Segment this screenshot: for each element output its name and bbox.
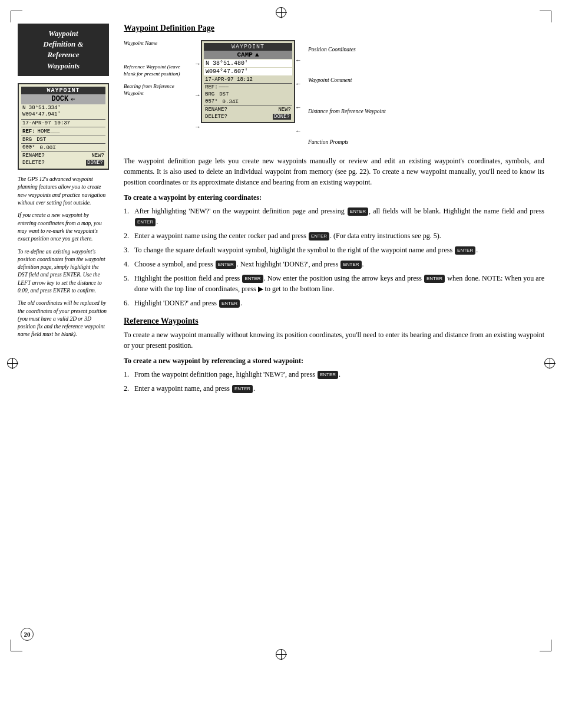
ann-ref-waypoint: Reference Waypoint (leave blank for pres… xyxy=(124,64,186,77)
ds-name: DOCK ⇐ xyxy=(21,94,105,104)
dd-brg-dst-values: 057° 0.34⌶ xyxy=(204,98,292,106)
sidebar-device-screen: WAYPOINT DOCK ⇐ N 38°51.334' W094°47.941… xyxy=(18,83,109,170)
ds-date: 17-APR-97 10:37 xyxy=(21,119,105,127)
step-4: 4. Choose a symbol, and press ENTER. Nex… xyxy=(124,259,544,269)
ds-brg-values: 000° 0.00⌶ xyxy=(21,143,105,151)
enter-btn-11: ENTER xyxy=(232,385,253,393)
enter-btn-5: ENTER xyxy=(216,261,236,269)
cross-top xyxy=(276,7,286,20)
dd-header: WAYPOINT xyxy=(204,43,292,51)
step-2: 2. Enter a waypoint name using the cente… xyxy=(124,230,544,241)
ds-delete: DELETE? DONE? xyxy=(21,159,105,166)
dd-name-row: CAMP ▲ xyxy=(204,51,292,59)
corner-mark-bl xyxy=(11,640,22,651)
right-arrows: ← ← ← ← xyxy=(295,48,303,143)
ref-waypoints-title: Reference Waypoints xyxy=(124,317,544,326)
sidebar-title-box: Waypoint Definition & Reference Waypoint… xyxy=(18,24,109,76)
step-1: 1. After highlighting 'NEW?' on the wayp… xyxy=(124,206,544,227)
enter-btn-10: ENTER xyxy=(318,371,338,379)
sidebar-caption-1: The GPS 12's advanced waypoint planning … xyxy=(18,176,109,207)
ann-waypoint-name: Waypoint Name xyxy=(124,40,186,46)
ds-coords: N 38°51.334' W094°47.941' xyxy=(21,104,105,119)
ds-header: WAYPOINT xyxy=(21,87,105,94)
right-annotations: Position Coordinates Waypoint Comment Di… xyxy=(308,40,386,146)
sidebar-title: Waypoint Definition & Reference Waypoint… xyxy=(24,28,103,71)
intro-paragraph: The waypoint definition page lets you cr… xyxy=(124,156,544,187)
create-coords-title: To create a waypoint by entering coordin… xyxy=(124,193,544,202)
sidebar-caption-3: To re-define an existing waypoint's posi… xyxy=(18,248,109,295)
left-arrows: → → → xyxy=(190,48,201,143)
diagram-device-area: → → → WAYPOINT CAMP ▲ N 38°51.480' W094°… xyxy=(190,40,303,143)
dd-brg-dst-labels: BRG DST xyxy=(204,91,292,98)
enter-btn-1: ENTER xyxy=(348,207,368,216)
main-content: Waypoint Definition Page Waypoint Name R… xyxy=(115,24,544,400)
ref-step-1: 1. From the waypoint definition page, hi… xyxy=(124,369,544,380)
ds-ref: REF: HOME___ xyxy=(21,127,105,136)
cross-left xyxy=(7,358,18,371)
ref-step-2: 2. Enter a waypoint name, and press ENTE… xyxy=(124,383,544,394)
dd-date: 17-APR-97 18:12 xyxy=(204,76,292,83)
sidebar-caption-2: If you create a new waypoint by entering… xyxy=(18,212,109,243)
enter-btn-7: ENTER xyxy=(242,275,263,283)
ann-function-prompts: Function Prompts xyxy=(308,139,386,146)
cross-right xyxy=(544,358,555,371)
ds-brg-dst: BRG DST xyxy=(21,136,105,143)
ann-distance-from: Distance from Reference Waypoint xyxy=(308,108,386,116)
step-5: 5. Highlight the position field and pres… xyxy=(124,273,544,294)
enter-btn-2: ENTER xyxy=(135,218,156,226)
enter-btn-6: ENTER xyxy=(340,261,361,269)
ann-position-coords: Position Coordinates xyxy=(308,46,386,54)
waypoint-def-title: Waypoint Definition Page xyxy=(124,24,544,33)
dd-coord2: W094°47.607' xyxy=(204,68,292,75)
enter-btn-4: ENTER xyxy=(455,246,475,255)
create-coords-steps: 1. After highlighting 'NEW?' on the wayp… xyxy=(124,206,544,308)
enter-btn-3: ENTER xyxy=(309,232,329,241)
enter-btn-8: ENTER xyxy=(424,275,445,283)
enter-btn-9: ENTER xyxy=(219,299,240,308)
cross-bottom xyxy=(276,649,286,662)
left-annotations: Waypoint Name Reference Waypoint (leave … xyxy=(124,40,186,97)
dd-coord1: N 38°51.480' xyxy=(204,60,292,67)
ann-bearing-from: Bearing from Reference Waypoint xyxy=(124,83,186,97)
corner-mark-br xyxy=(540,640,551,651)
corner-mark-tr xyxy=(540,11,551,22)
sidebar-caption-4: The old coordinates will be replaced by … xyxy=(18,299,109,338)
corner-mark-tl xyxy=(11,11,22,22)
ref-by-stored-steps: 1. From the waypoint definition page, hi… xyxy=(124,369,544,394)
page-number: 20 xyxy=(21,628,34,641)
dd-rename-row: RENAME? NEW? xyxy=(204,106,292,113)
ref-paragraph: To create a new waypoint manually withou… xyxy=(124,330,544,351)
diagram-device: WAYPOINT CAMP ▲ N 38°51.480' W094°47.607… xyxy=(201,40,295,123)
dd-delete-row: DELETE? DONE? xyxy=(204,113,292,120)
ref-by-stored-title: To create a new waypoint by referencing … xyxy=(124,357,544,365)
diagram-area: Waypoint Name Reference Waypoint (leave … xyxy=(124,40,544,146)
step-6: 6. Highlight 'DONE?' and press ENTER. xyxy=(124,298,544,308)
sidebar: Waypoint Definition & Reference Waypoint… xyxy=(18,24,115,400)
step-3: 3. To change the square default waypoint… xyxy=(124,245,544,255)
ds-rename: RENAME? NEW? xyxy=(21,151,105,159)
ann-waypoint-comment: Waypoint Comment xyxy=(308,77,386,84)
dd-ref: REF: ——— xyxy=(204,83,292,91)
